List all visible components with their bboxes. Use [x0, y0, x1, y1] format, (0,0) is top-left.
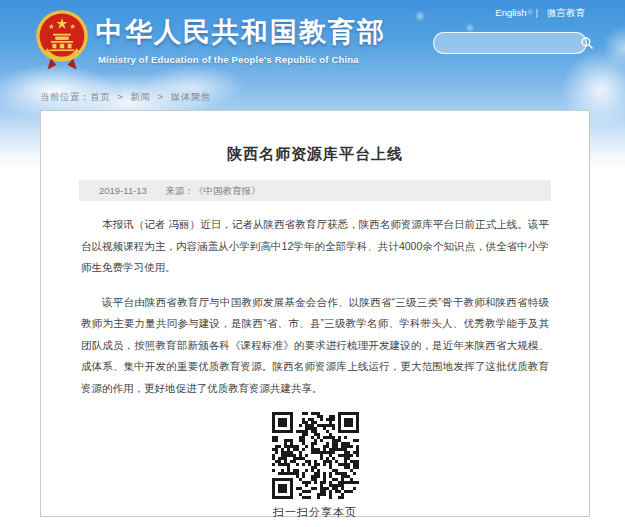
site-subtitle: Ministry of Education of the People's Re… [98, 54, 386, 65]
search-input[interactable] [444, 34, 580, 52]
qr-code [272, 412, 359, 499]
article-meta-bar: 2019-11-13 来源：《中国教育报》 [79, 180, 551, 201]
site-identity: 中华人民共和国教育部 Ministry of Education of the … [96, 14, 386, 65]
english-link[interactable]: English [495, 7, 526, 18]
article-paragraph: 该平台由陕西省教育厅与中国教师发展基金会合作、以陕西省“三级三类”骨干教师和陕西… [81, 292, 549, 400]
article-title: 陕西名师资源库平台上线 [71, 145, 559, 164]
breadcrumb-separator: > [157, 91, 163, 102]
breadcrumb-separator: > [117, 91, 123, 102]
national-emblem-icon [34, 9, 90, 73]
page: 中华人民共和国教育部 Ministry of Education of the … [0, 0, 625, 527]
weixin-education-link[interactable]: 微言教育 [547, 7, 585, 18]
breadcrumb-media-focus[interactable]: 媒体聚焦 [171, 91, 211, 102]
qr-share-block: 扫一扫分享本页 [41, 412, 589, 520]
site-title: 中华人民共和国教育部 [96, 14, 386, 50]
article-paragraph: 本报讯（记者 冯丽）近日，记者从陕西省教育厅获悉，陕西名师资源库平台日前正式上线… [81, 214, 549, 279]
search-icon[interactable] [580, 35, 594, 51]
breadcrumb-label: 当前位置： [40, 91, 90, 102]
breadcrumb-home[interactable]: 首页 [90, 91, 110, 102]
article-date: 2019-11-13 [99, 185, 147, 196]
breadcrumb-news[interactable]: 新闻 [130, 91, 150, 102]
article-container: 陕西名师资源库平台上线 2019-11-13 来源：《中国教育报》 本报讯（记者… [40, 110, 590, 517]
article-source: 来源：《中国教育报》 [166, 185, 261, 196]
top-links: English|微言教育 [495, 7, 585, 20]
search-box[interactable] [433, 32, 587, 54]
links-divider: | [536, 7, 538, 18]
breadcrumb: 当前位置：首页 > 新闻 > 媒体聚焦 [40, 91, 211, 104]
qr-caption: 扫一扫分享本页 [41, 505, 589, 520]
